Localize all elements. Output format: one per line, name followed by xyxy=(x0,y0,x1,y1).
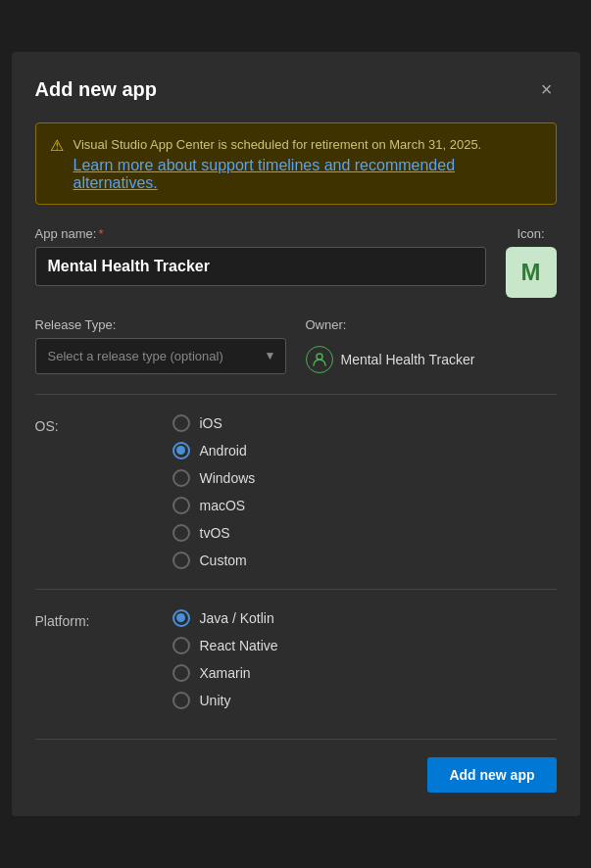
divider xyxy=(35,394,557,395)
os-label-macos: macOS xyxy=(200,498,246,513)
platform-label-java-kotlin: Java / Kotlin xyxy=(200,610,274,626)
os-option-macos[interactable]: macOS xyxy=(172,497,256,514)
os-option-custom[interactable]: Custom xyxy=(172,552,256,569)
os-label-tvos: tvOS xyxy=(200,525,230,541)
owner-name: Mental Health Tracker xyxy=(341,352,475,367)
release-owner-row: Release Type: Select a release type (opt… xyxy=(35,317,557,374)
os-section: OS: iOS Android Windows mac xyxy=(35,414,557,569)
platform-radio-unity[interactable] xyxy=(172,692,190,709)
owner-display: Mental Health Tracker xyxy=(306,338,557,373)
platform-radio-java-kotlin-inner xyxy=(176,613,185,622)
platform-label-unity: Unity xyxy=(200,693,231,708)
os-radio-custom[interactable] xyxy=(172,552,190,569)
os-label-windows: Windows xyxy=(200,470,256,486)
release-type-select[interactable]: Select a release type (optional) xyxy=(35,338,286,374)
platform-radio-react-native[interactable] xyxy=(172,637,190,654)
warning-content: Visual Studio App Center is scheduled fo… xyxy=(74,135,542,192)
os-radio-android-inner xyxy=(176,446,185,455)
os-radio-group: iOS Android Windows macOS xyxy=(172,414,256,569)
divider-2 xyxy=(35,589,557,590)
app-name-input[interactable] xyxy=(35,247,486,286)
warning-icon: ⚠ xyxy=(50,136,64,155)
os-label-ios: iOS xyxy=(200,415,222,431)
release-type-select-wrapper: Select a release type (optional) ▼ xyxy=(35,338,286,374)
owner-label: Owner: xyxy=(306,317,557,332)
os-radio-ios[interactable] xyxy=(172,414,190,432)
close-button[interactable]: × xyxy=(537,75,557,103)
app-name-row: App name:* Icon: M xyxy=(35,226,557,298)
add-new-app-button[interactable]: Add new app xyxy=(427,757,556,793)
platform-radio-xamarin[interactable] xyxy=(172,664,190,682)
owner-group: Owner: Mental Health Tracker xyxy=(306,317,557,373)
release-type-group: Release Type: Select a release type (opt… xyxy=(35,317,286,374)
modal-title: Add new app xyxy=(35,78,157,101)
warning-link[interactable]: Learn more about support timelines and r… xyxy=(74,157,542,192)
os-label-custom: Custom xyxy=(200,553,247,568)
modal-header: Add new app × xyxy=(35,75,557,103)
platform-option-react-native[interactable]: React Native xyxy=(172,637,278,654)
platform-label-xamarin: Xamarin xyxy=(200,665,251,681)
platform-option-unity[interactable]: Unity xyxy=(172,692,278,709)
icon-label: Icon: xyxy=(517,226,544,241)
os-label: OS: xyxy=(35,414,172,569)
platform-label: Platform: xyxy=(35,609,172,709)
os-radio-tvos[interactable] xyxy=(172,524,190,542)
app-icon: M xyxy=(506,247,557,298)
app-name-label: App name:* xyxy=(35,226,486,241)
platform-section: Platform: Java / Kotlin React Native Xam… xyxy=(35,609,557,709)
add-new-app-modal: Add new app × ⚠ Visual Studio App Center… xyxy=(12,52,580,816)
os-radio-macos[interactable] xyxy=(172,497,190,514)
icon-group: Icon: M xyxy=(506,226,557,298)
os-radio-android[interactable] xyxy=(172,442,190,459)
app-name-group: App name:* xyxy=(35,226,486,286)
platform-option-xamarin[interactable]: Xamarin xyxy=(172,664,278,682)
platform-option-java-kotlin[interactable]: Java / Kotlin xyxy=(172,609,278,627)
platform-radio-group: Java / Kotlin React Native Xamarin Unity xyxy=(172,609,278,709)
platform-label-react-native: React Native xyxy=(200,638,278,653)
os-option-android[interactable]: Android xyxy=(172,442,256,459)
os-radio-windows[interactable] xyxy=(172,469,190,487)
modal-footer: Add new app xyxy=(35,739,557,793)
warning-text: Visual Studio App Center is scheduled fo… xyxy=(74,137,482,152)
warning-banner: ⚠ Visual Studio App Center is scheduled … xyxy=(35,122,557,205)
release-type-label: Release Type: xyxy=(35,317,286,332)
os-option-ios[interactable]: iOS xyxy=(172,414,256,432)
os-option-tvos[interactable]: tvOS xyxy=(172,524,256,542)
os-option-windows[interactable]: Windows xyxy=(172,469,256,487)
platform-radio-java-kotlin[interactable] xyxy=(172,609,190,627)
svg-point-0 xyxy=(317,354,322,360)
owner-avatar-icon xyxy=(306,346,333,373)
os-label-android: Android xyxy=(200,443,247,458)
